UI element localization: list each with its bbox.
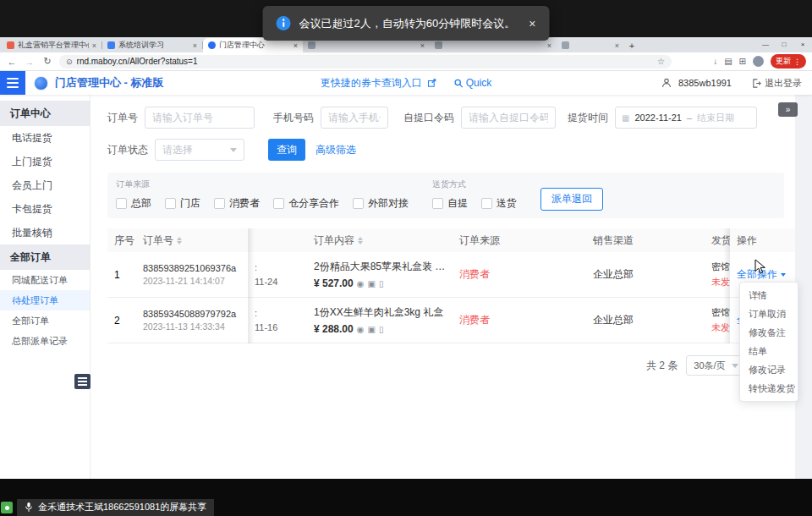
order-number: 83859389251069376a [143, 263, 241, 273]
checkbox-icon [116, 198, 127, 209]
site-info-icon[interactable]: ⊙ [66, 58, 73, 66]
sidebar-section-order-center: 订单中心 [0, 101, 90, 126]
url-text: rnd.maboy.cn/AllOrder?status=1 [77, 57, 653, 66]
order-status-select[interactable]: 请选择 [155, 139, 244, 161]
cell-order-source: 消费者 [453, 298, 586, 343]
order-no-input[interactable] [145, 107, 255, 129]
tab-favicon [107, 41, 115, 49]
column-header-channel: 销售渠道 [586, 233, 710, 248]
checkbox-source-store[interactable]: 门店 [165, 196, 200, 211]
quick-search-link[interactable]: Quick [454, 77, 492, 89]
browser-tab-1[interactable]: 礼盒营销平台管理中心 × [2, 38, 102, 52]
source-badge: 消费者 [459, 313, 579, 327]
bookmark-star-icon[interactable]: ☆ [657, 57, 665, 66]
sidebar-item-hq-dispatch-records[interactable]: 总部派单记录 [0, 331, 90, 351]
cell-order-source: 消费者 [453, 252, 586, 297]
checkbox-icon [481, 198, 492, 209]
order-status-label: 订单状态 [107, 143, 148, 157]
sidebar-item-all-orders[interactable]: 全部订单 [0, 310, 90, 331]
pickup-date-range-picker[interactable]: ▦ 2022-11-21 – 结束日期 [615, 107, 757, 129]
tab-close-icon[interactable]: × [420, 41, 425, 50]
sort-icon[interactable] [358, 237, 363, 244]
phone-label: 手机号码 [273, 111, 314, 125]
delivery-method-group-label: 送货方式 [432, 178, 517, 190]
checkbox-source-consumer[interactable]: 消费者 [214, 196, 260, 211]
sidebar-toggle-button[interactable] [74, 374, 91, 389]
checkbox-source-hq[interactable]: 总部 [116, 196, 151, 211]
pickup-code-input[interactable] [461, 107, 556, 129]
sidebar-item-card-pickup[interactable]: 卡包提货 [0, 197, 90, 221]
chevron-down-icon [781, 273, 786, 277]
page-size-select[interactable]: 30条/页 [686, 355, 745, 376]
checkbox-source-warehouse-share[interactable]: 仓分享合作 [273, 196, 339, 211]
window-close-button[interactable]: × [793, 37, 812, 52]
sidebar-item-pending-orders[interactable]: 待处理订单 [0, 290, 90, 310]
phone-device-icon: ▯ [379, 325, 384, 334]
checkbox-delivery-selfpickup[interactable]: 自提 [432, 196, 468, 211]
sidebar-item-door-pickup[interactable]: 上门提货 [0, 150, 90, 173]
browser-tab-6[interactable]: × [557, 38, 624, 52]
sidebar-item-member-visit[interactable]: 会员上门 [0, 173, 90, 197]
order-time: 2023-11-13 14:33:34 [143, 321, 241, 332]
column-header-content[interactable]: 订单内容 [307, 233, 453, 248]
cell-sales-channel: 企业总部 [586, 298, 710, 343]
username[interactable]: 8385wb1991 [678, 78, 732, 88]
search-button[interactable]: 查询 [268, 139, 305, 161]
window-minimize-button[interactable]: — [756, 37, 775, 52]
update-label: 更新 [776, 56, 791, 67]
tab-close-icon[interactable]: × [193, 41, 197, 50]
menu-item-edit-remark[interactable]: 修改备注 [740, 323, 798, 342]
coupon-query-link[interactable]: 更快捷的券卡查询入口 [321, 76, 422, 91]
order-source-group-label: 订单来源 [116, 178, 409, 190]
window-maximize-button[interactable]: □ [775, 37, 793, 52]
column-header-order-no[interactable]: 订单号 [136, 233, 248, 248]
logout-button[interactable]: 退出登录 [752, 77, 802, 90]
tab-favicon [435, 41, 442, 49]
download-icon[interactable]: ↓ [713, 57, 717, 66]
sidebar-item-batch-verify[interactable]: 批量核销 [0, 221, 90, 244]
chrome-update-button[interactable]: 更新 ⋮ [771, 54, 806, 69]
menu-item-close-order[interactable]: 结单 [740, 342, 798, 360]
share-status-text: 金禾通技术王斌18662591081的屏幕共享 [38, 501, 206, 513]
side-panel-icon[interactable]: ▤ [724, 57, 732, 66]
back-icon[interactable]: ← [6, 57, 18, 67]
checkbox-source-external[interactable]: 外部对接 [353, 196, 409, 211]
gift-icon: ▣ [367, 325, 375, 334]
cell-order-no: 83859345088979792a 2023-11-13 14:33:34 [136, 298, 248, 343]
toolbar-right-icons: ↓ ▤ ⊞ 更新 ⋮ [713, 54, 806, 69]
forward-icon[interactable]: → [24, 57, 36, 67]
extensions-icon[interactable]: ⊞ [739, 57, 746, 66]
coin-icon: ◉ [357, 279, 365, 288]
browser-profile-avatar[interactable] [753, 56, 764, 67]
cell-sales-channel: 企业总部 [586, 252, 710, 297]
share-app-icon[interactable] [1, 502, 13, 513]
share-status-pill: 金禾通技术王斌18662591081的屏幕共享 [17, 499, 214, 516]
toast-close-icon[interactable]: × [529, 17, 535, 30]
browser-tab-2[interactable]: 系统培训学习 × [102, 38, 202, 52]
sidebar-item-city-delivery-orders[interactable]: 同城配送订单 [0, 270, 90, 290]
tab-close-icon[interactable]: × [615, 41, 619, 50]
address-bar[interactable]: ⊙ rnd.maboy.cn/AllOrder?status=1 ☆ [59, 55, 672, 69]
all-actions-dropdown[interactable]: 全部操作 [737, 267, 788, 282]
collapse-panel-handle[interactable]: » [778, 102, 798, 117]
menu-item-details[interactable]: 详情 [740, 286, 798, 305]
filter-panel: 订单来源 总部 门店 消费者 仓分享合作 外部对接 送货方式 自提 送货 [107, 173, 784, 218]
menu-item-cancel-order[interactable]: 订单取消 [740, 305, 798, 323]
hamburger-menu-button[interactable] [0, 71, 25, 95]
checkbox-icon [432, 198, 443, 209]
menu-item-transfer-express[interactable]: 转快递发货 [740, 379, 798, 398]
checkbox-delivery-delivery[interactable]: 送货 [481, 196, 517, 211]
tab-close-icon[interactable]: × [294, 41, 298, 50]
dispatch-return-button[interactable]: 派单退回 [540, 188, 603, 211]
advanced-filter-link[interactable]: 高级筛选 [315, 143, 356, 157]
toast-message: 会议已超过2人，自动转为60分钟限时会议。 [299, 16, 516, 31]
logout-label: 退出登录 [765, 77, 802, 90]
sort-icon[interactable] [177, 237, 182, 244]
tab-close-icon[interactable]: × [92, 41, 96, 50]
phone-input[interactable] [321, 107, 388, 129]
reload-icon[interactable]: ↻ [41, 56, 53, 67]
tab-close-icon[interactable]: × [547, 41, 551, 50]
new-tab-button[interactable]: + [624, 39, 639, 52]
sidebar-item-phone-pickup[interactable]: 电话提货 [0, 126, 90, 150]
menu-item-edit-history[interactable]: 修改记录 [740, 360, 798, 379]
